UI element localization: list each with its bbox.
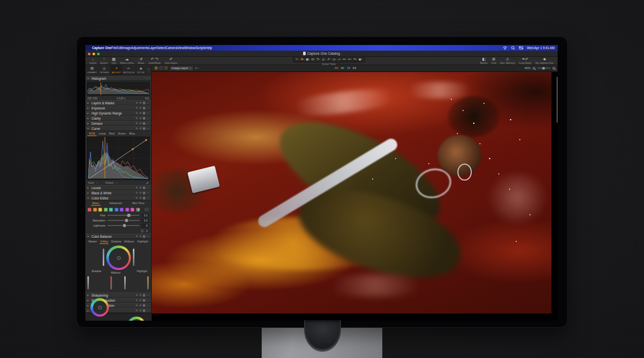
reset-icon[interactable]: ↺ [139,117,141,120]
color-swatch[interactable] [130,208,134,212]
shadow-color-wheel[interactable] [90,298,109,317]
preset-icon[interactable]: ▤ [143,101,145,104]
layer-select-dropdown[interactable]: Image Layer ↕ [170,66,193,71]
reset-icon[interactable]: ↺ [139,111,141,115]
color-swatch-all[interactable] [136,208,140,212]
view-mode-icon[interactable]: ◫ [164,66,168,70]
panel-header[interactable]: ▸ Clarity ✎ ↺ ▤ ⋯ [85,116,151,121]
wheel-slider-arc[interactable] [87,276,89,289]
toolbar-button[interactable]: ↓ Import [87,57,99,64]
color-swatch[interactable] [104,208,108,212]
color-swatch[interactable] [114,208,119,212]
reset-icon[interactable]: ↺ [139,127,141,130]
more-icon[interactable]: ⋯ [147,304,149,307]
menubar-item[interactable]: Scripts [196,46,205,50]
menubar-item[interactable]: Adjustments [131,46,149,50]
add-layer-button[interactable]: +▾ [195,66,199,70]
brush-icon[interactable]: ✎ [135,304,137,307]
reset-icon[interactable]: ↺ [139,309,141,312]
more-icon[interactable]: ⋯ [147,106,149,109]
cursor-tool-button[interactable]: ◎▾ [332,57,336,61]
slider-track[interactable] [107,225,140,226]
menubar-item[interactable]: Camera [166,46,177,50]
more-icon[interactable]: ⋯ [147,111,149,115]
slider-thumb[interactable] [125,219,128,222]
curve-channel-tab[interactable]: RGB [87,131,97,136]
panel-header-histogram[interactable]: ▾ Histogram ⋯ [85,76,151,81]
color-balance-tab[interactable]: Midtone [124,239,135,244]
more-icon[interactable]: ⋯ [147,235,149,238]
reset-icon[interactable]: ↺ [139,122,141,125]
cursor-tool-button[interactable]: ✒▾ [348,57,352,61]
brush-icon[interactable]: ✎ [135,309,137,312]
panel-header[interactable]: ▸ Exposure ✎ ↺ ▤ ⋯ [85,105,151,110]
wheel-slider-arc[interactable] [124,276,126,289]
view-mode-icon[interactable]: ▥ [154,66,158,70]
reset-icon[interactable]: ↺ [139,299,141,302]
zoom-out-icon[interactable] [533,67,535,70]
toolbar-button[interactable]: ☻ My Capture One [534,57,556,64]
panel-header[interactable]: ▸ Layers & Masks ✎ ↺ ▤ ⋯ [85,100,151,105]
minimize-window-button[interactable] [93,53,95,55]
panel-header[interactable]: ▸ Black & White ✎ ↺ ▤ ⋯ [85,190,151,195]
reset-icon[interactable]: ↺ [139,235,141,238]
zoom-slider[interactable] [537,68,550,69]
zoom-slider-thumb[interactable] [542,67,545,70]
reset-icon[interactable]: ↺ [139,294,141,297]
picker-icon[interactable]: ✐ [146,229,148,233]
toolbar-button[interactable]: ⚠ Exp. Warning [498,57,517,64]
brush-icon[interactable]: ✎ [135,196,137,199]
panel-header-color-editor[interactable]: ▾ Color Editor ✎ ↺ ▤ ⋯ [85,195,151,200]
photo-canvas[interactable] [152,72,551,314]
cursor-tool-button[interactable]: ⊡▾ [311,57,315,61]
slider-value[interactable]: 2.2 [142,214,149,217]
tool-tab[interactable]: ≡ ADJUST [110,65,123,75]
more-icon[interactable]: ⋯ [147,127,149,130]
color-balance-tab[interactable]: Shadow [110,239,122,244]
reset-icon[interactable]: ↺ [139,186,141,189]
brush-icon[interactable]: ✎ [135,235,137,238]
wifi-icon[interactable] [502,46,508,50]
color-swatch[interactable] [109,208,113,212]
color-editor-tab[interactable]: Skin Tone [130,201,146,206]
panel-header[interactable]: ▸ Dehaze ✎ ↺ ▤ ⋯ [85,121,151,126]
preset-icon[interactable]: ▤ [143,235,145,238]
list-icon[interactable]: ☰ [141,229,144,233]
more-icon[interactable]: ⋯ [147,196,149,199]
slider-value[interactable]: 2.3 [142,219,149,222]
more-icon[interactable]: ⋯ [147,191,149,194]
menubar-item[interactable]: Layer [149,46,157,50]
menubar-item[interactable]: Image [122,46,131,50]
preset-icon[interactable]: ▤ [143,299,145,302]
view-mode-icon[interactable]: ▢ [159,66,163,70]
brush-icon[interactable]: ✎ [135,101,137,104]
color-editor-tab[interactable]: Basic [91,201,101,206]
swatch-more-button[interactable]: – [144,208,149,211]
color-balance-tab[interactable]: Highlight [137,239,149,244]
more-icon[interactable]: ⋯ [147,101,149,104]
preset-icon[interactable]: ▤ [143,106,145,109]
toolbar-button[interactable]: ↶ ↷ Undo/Redo [146,57,163,64]
color-editor-tab[interactable]: Advanced [108,201,123,206]
wheel-slider-arc[interactable] [133,249,134,266]
curve-channel-tab[interactable]: Luma [97,131,107,136]
brush-icon[interactable]: ✎ [135,127,137,130]
color-balance-tab[interactable]: 3-Way [100,239,109,244]
image-viewer[interactable] [152,72,558,321]
panel-header-curve[interactable]: ▾ Curve ✎ ↺ ▤ ⋯ [85,126,151,131]
zoom-window-button[interactable] [97,53,100,55]
menubar-item[interactable]: Capture One [92,46,111,50]
reset-icon[interactable]: ↺ [139,196,141,199]
curve-channel-tab[interactable]: Blue [128,131,136,136]
reset-icon[interactable]: ↺ [139,191,141,194]
midtone-color-wheel[interactable] [106,245,131,270]
sidebar-scrollbar[interactable] [557,77,558,123]
curve-channel-tab[interactable]: Red [108,131,116,136]
tool-tab-overflow[interactable]: » ⋮ [147,65,151,75]
cursor-tool-button[interactable]: ∠▾ [321,57,326,61]
slider-track[interactable] [107,220,140,221]
curve-channel-tab[interactable]: Green [117,131,127,136]
preset-icon[interactable]: ▤ [143,122,145,125]
brush-icon[interactable]: ✎ [135,117,137,120]
slider-thumb[interactable] [127,214,130,217]
